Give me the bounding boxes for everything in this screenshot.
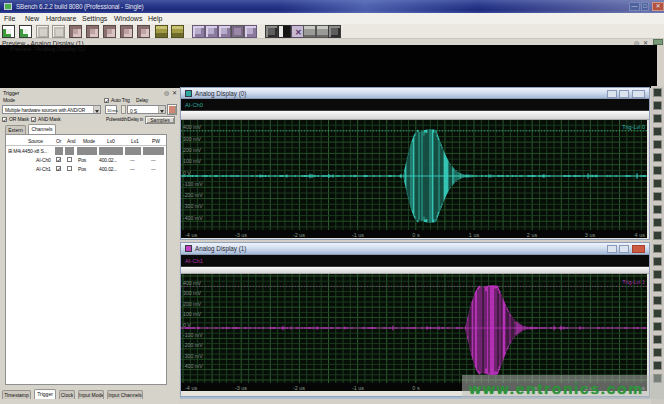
svg-text:-200 mV: -200 mV (183, 192, 203, 198)
svg-text:0 V: 0 V (183, 170, 191, 176)
svg-text:4 us: 4 us (635, 232, 646, 238)
svg-text:Trig-Lvl 0: Trig-Lvl 0 (622, 124, 645, 130)
svg-text:-300 mV: -300 mV (183, 353, 203, 359)
svg-text:-1 us: -1 us (352, 385, 364, 391)
svg-text:Trig-Lvl 1: Trig-Lvl 1 (622, 279, 645, 285)
svg-text:-4 us: -4 us (185, 385, 197, 391)
svg-text:-400 mV: -400 mV (183, 363, 203, 369)
svg-text:-100 mV: -100 mV (183, 181, 203, 187)
svg-text:-200 mV: -200 mV (183, 342, 203, 348)
svg-text:-100 mV: -100 mV (183, 332, 203, 338)
svg-text:100 mV: 100 mV (183, 311, 201, 317)
svg-text:-400 mV: -400 mV (183, 215, 203, 221)
svg-text:0 s: 0 s (412, 232, 420, 238)
svg-text:200 mV: 200 mV (183, 147, 201, 153)
svg-text:3 us: 3 us (585, 232, 596, 238)
svg-text:-2 us: -2 us (293, 232, 305, 238)
svg-text:-1 us: -1 us (352, 232, 364, 238)
svg-text:200 mV: 200 mV (183, 301, 201, 307)
svg-text:400 mV: 400 mV (183, 124, 201, 130)
svg-text:0 s: 0 s (412, 385, 420, 391)
svg-text:300 mV: 300 mV (183, 136, 201, 142)
svg-text:-300 mV: -300 mV (183, 203, 203, 209)
svg-text:-3 us: -3 us (235, 232, 247, 238)
svg-text:300 mV: 300 mV (183, 290, 201, 296)
svg-text:-2 us: -2 us (293, 385, 305, 391)
svg-text:1 us: 1 us (469, 232, 480, 238)
svg-text:100 mV: 100 mV (183, 158, 201, 164)
svg-text:2 us: 2 us (527, 232, 538, 238)
svg-text:-3 us: -3 us (235, 385, 247, 391)
svg-text:-4 us: -4 us (185, 232, 197, 238)
svg-text:400 mV: 400 mV (183, 280, 201, 286)
svg-text:0 V: 0 V (183, 322, 191, 328)
